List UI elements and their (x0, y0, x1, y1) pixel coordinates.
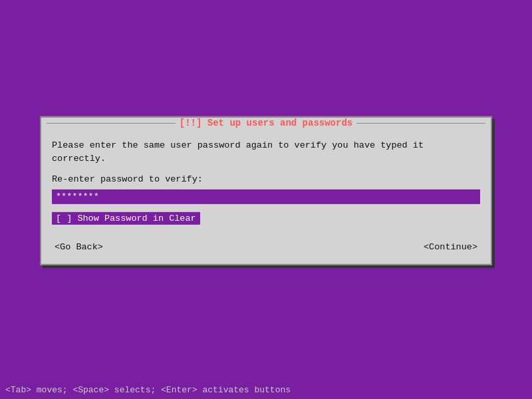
status-bar-text: <Tab> moves; <Space> selects; <Enter> ac… (5, 385, 291, 395)
dialog-title: [!!] Set up users and passwords (176, 118, 356, 128)
title-line-right (356, 122, 485, 123)
password-input-row: ******** (52, 189, 480, 203)
description-text: Please enter the same user password agai… (52, 139, 480, 166)
dialog-body: Please enter the same user password agai… (41, 132, 491, 264)
continue-button[interactable]: <Continue> (421, 240, 480, 253)
buttons-row: <Go Back> <Continue> (52, 240, 480, 253)
re-enter-label: Re-enter password to verify: (52, 174, 480, 184)
dialog: [!!] Set up users and passwords Please e… (40, 116, 492, 265)
go-back-button[interactable]: <Go Back> (52, 240, 106, 253)
status-bar: <Tab> moves; <Space> selects; <Enter> ac… (0, 380, 532, 399)
show-password-checkbox[interactable]: [ ] Show Password in Clear (52, 211, 200, 224)
title-line-left (47, 122, 176, 123)
dialog-title-bar: [!!] Set up users and passwords (41, 118, 491, 128)
password-input[interactable]: ******** (52, 189, 480, 203)
